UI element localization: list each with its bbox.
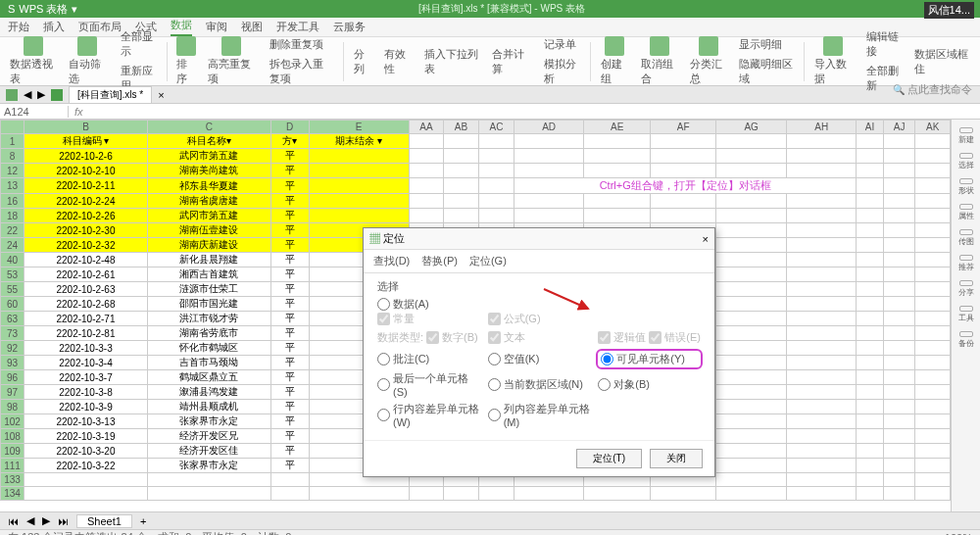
search-command[interactable]: 🔍 点此查找命令 xyxy=(893,82,972,97)
row-60[interactable]: 60 xyxy=(1,297,24,312)
cell[interactable]: 湖南省虞唐建 xyxy=(147,194,270,209)
col-AJ[interactable]: AJ xyxy=(884,121,915,134)
cell[interactable] xyxy=(715,164,787,178)
row-96[interactable]: 96 xyxy=(1,370,24,385)
cell[interactable] xyxy=(270,473,309,487)
row-18[interactable]: 18 xyxy=(1,209,24,223)
cell[interactable]: 湘西吉首建筑 xyxy=(147,268,270,282)
ribbon-rejdup[interactable]: 拆包录入重复项 xyxy=(263,55,337,88)
cell[interactable] xyxy=(787,473,857,487)
cell[interactable]: 平 xyxy=(270,429,309,444)
ribbon-highlight[interactable]: 高亮重复项 xyxy=(204,34,259,88)
cell[interactable] xyxy=(884,414,915,429)
cell[interactable] xyxy=(715,326,787,341)
home-icon[interactable] xyxy=(6,89,18,101)
cell[interactable] xyxy=(915,400,951,414)
ribbon-pivot[interactable]: 数据透视表 xyxy=(6,34,61,88)
cell[interactable] xyxy=(857,356,884,370)
cell[interactable]: 经济开发区兄 xyxy=(147,429,270,444)
cell[interactable]: 平 xyxy=(270,268,309,282)
cell[interactable] xyxy=(787,341,857,356)
row-97[interactable]: 97 xyxy=(1,385,24,400)
ribbon-sim[interactable]: 模拟分析 xyxy=(537,55,584,88)
cell[interactable] xyxy=(478,194,514,209)
cell[interactable] xyxy=(514,209,584,223)
cell[interactable]: 平 xyxy=(270,164,309,178)
cell[interactable] xyxy=(915,238,951,253)
cell[interactable] xyxy=(651,164,715,178)
cell[interactable]: 平 xyxy=(270,209,309,223)
menu-1[interactable]: 插入 xyxy=(43,20,65,34)
cell[interactable]: 武冈市第五建 xyxy=(147,149,270,164)
cancel-button[interactable]: 关闭 xyxy=(650,449,703,468)
cell[interactable]: 2202-10-2-6 xyxy=(24,149,148,164)
cell[interactable] xyxy=(884,282,915,297)
cell[interactable] xyxy=(884,149,915,164)
cell[interactable] xyxy=(915,473,951,487)
cell[interactable] xyxy=(715,473,787,487)
col-AC[interactable]: AC xyxy=(478,121,514,134)
menu-8[interactable]: 云服务 xyxy=(333,20,366,34)
cell[interactable] xyxy=(715,414,787,429)
cell[interactable] xyxy=(309,178,409,194)
cell[interactable] xyxy=(915,356,951,370)
cell[interactable] xyxy=(857,429,884,444)
cell[interactable] xyxy=(715,253,787,268)
cell[interactable] xyxy=(715,459,787,473)
col-C[interactable]: C xyxy=(147,121,270,134)
side-2[interactable]: 形状 xyxy=(957,178,975,196)
col-AA[interactable]: AA xyxy=(409,121,444,134)
row-93[interactable]: 93 xyxy=(1,356,24,370)
col-AK[interactable]: AK xyxy=(915,121,951,134)
side-7[interactable]: 工具 xyxy=(957,306,975,323)
cell[interactable] xyxy=(309,209,409,223)
cell[interactable]: 平 xyxy=(270,370,309,385)
cell[interactable]: 平 xyxy=(270,459,309,473)
ribbon-split[interactable]: 分列 xyxy=(350,45,376,78)
col-AG[interactable]: AG xyxy=(715,121,787,134)
cell[interactable] xyxy=(715,356,787,370)
cell[interactable]: 湖南庆新建设 xyxy=(147,238,270,253)
col-D[interactable]: D xyxy=(270,121,309,134)
cell[interactable] xyxy=(478,487,514,501)
cell[interactable] xyxy=(787,459,857,473)
cell[interactable] xyxy=(884,164,915,178)
cell[interactable] xyxy=(309,194,409,209)
tab-next-icon[interactable]: ▶ xyxy=(37,88,45,101)
cell[interactable] xyxy=(915,178,951,194)
cell[interactable] xyxy=(787,444,857,459)
cell[interactable] xyxy=(715,341,787,356)
cell[interactable] xyxy=(884,223,915,238)
cell[interactable]: 平 xyxy=(270,341,309,356)
cell[interactable] xyxy=(787,282,857,297)
cell[interactable] xyxy=(915,459,951,473)
tab-goto[interactable]: 定位(G) xyxy=(469,254,507,268)
side-8[interactable]: 备份 xyxy=(957,331,975,349)
cell[interactable]: 平 xyxy=(270,178,309,194)
cell[interactable] xyxy=(884,194,915,209)
cell[interactable] xyxy=(884,253,915,268)
cell[interactable] xyxy=(787,238,857,253)
row-13[interactable]: 13 xyxy=(1,178,24,194)
cell[interactable] xyxy=(915,194,951,209)
cell[interactable]: 平 xyxy=(270,297,309,312)
cell[interactable] xyxy=(884,444,915,459)
ribbon-ungroup[interactable]: 取消组合 xyxy=(637,34,682,88)
cell[interactable] xyxy=(478,149,514,164)
cell[interactable] xyxy=(787,268,857,282)
cell[interactable] xyxy=(715,400,787,414)
cell[interactable] xyxy=(787,223,857,238)
cell[interactable] xyxy=(857,459,884,473)
ribbon-sort[interactable]: 排序 xyxy=(172,34,200,88)
cell[interactable] xyxy=(147,473,270,487)
cell[interactable] xyxy=(857,414,884,429)
cell[interactable] xyxy=(444,487,479,501)
cell[interactable] xyxy=(583,164,650,178)
ribbon-group[interactable]: 创建组 xyxy=(597,34,633,88)
cell[interactable] xyxy=(857,253,884,268)
col-AB[interactable]: AB xyxy=(444,121,479,134)
cell[interactable]: 新化县晨翔建 xyxy=(147,253,270,268)
cell[interactable] xyxy=(715,268,787,282)
cell[interactable] xyxy=(884,134,915,149)
cell[interactable]: 2202-10-3-22 xyxy=(24,459,148,473)
